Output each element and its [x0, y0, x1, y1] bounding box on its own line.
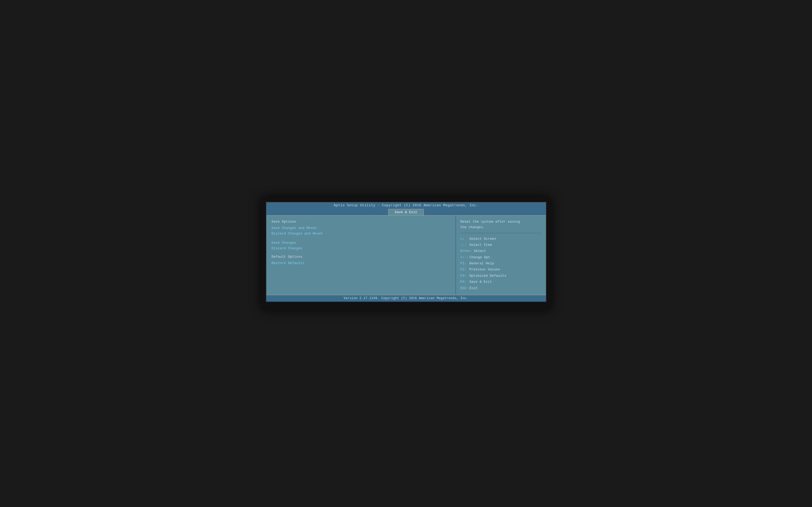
- key-action: Select Screen: [469, 236, 496, 242]
- help-text-line1: Reset the system after saving: [460, 220, 520, 224]
- key-action: Select: [474, 248, 486, 254]
- keybind-section: ⇔:Select Screen↑↓:Select ItemEnter:Selec…: [460, 230, 541, 291]
- keybind-item: ↑↓:Select Item: [460, 242, 541, 248]
- keybind-item: ESC:Exit: [460, 285, 541, 291]
- key-symbol: Enter:: [460, 248, 473, 254]
- key-action: General Help: [469, 260, 494, 267]
- key-symbol: +/-:: [460, 254, 468, 260]
- spacer-2: [272, 251, 451, 255]
- left-panel: Save Options Save Changes and Reset Disc…: [266, 216, 456, 295]
- tab-bar: Save & Exit: [266, 208, 546, 215]
- help-text-line2: the changes.: [460, 225, 485, 229]
- menu-item-save-changes[interactable]: Save Changes: [272, 240, 451, 245]
- right-panel: Reset the system after saving the change…: [456, 216, 546, 295]
- key-action: Optimized Defaults: [469, 273, 506, 279]
- keybind-item: Enter:Select: [460, 248, 541, 254]
- key-symbol: ESC:: [460, 285, 468, 291]
- keybind-list: ⇔:Select Screen↑↓:Select ItemEnter:Selec…: [460, 236, 541, 291]
- key-action: Change Opt.: [470, 254, 492, 260]
- main-content: Save Options Save Changes and Reset Disc…: [266, 215, 546, 295]
- keybind-item: +/-:Change Opt.: [460, 254, 541, 260]
- key-action: Select Item: [469, 242, 492, 248]
- key-action: Save & Exit: [469, 279, 492, 285]
- bios-screen: Aptio Setup Utility - Copyright (C) 2016…: [266, 202, 546, 302]
- footer-text: Version 2.17.1249. Copyright (C) 2016 Am…: [344, 296, 468, 300]
- key-symbol: ⇔:: [460, 236, 468, 242]
- active-tab[interactable]: Save & Exit: [388, 209, 424, 215]
- menu-item-discard-changes-reset[interactable]: Discard Changes and Reset: [272, 231, 451, 236]
- section-default-options: Default Options: [272, 255, 451, 259]
- header-bar: Aptio Setup Utility - Copyright (C) 2016…: [266, 202, 546, 208]
- header-title: Aptio Setup Utility - Copyright (C) 2016…: [334, 204, 478, 207]
- footer-bar: Version 2.17.1249. Copyright (C) 2016 Am…: [266, 295, 546, 301]
- key-symbol: F2:: [460, 267, 468, 273]
- key-symbol: F4:: [460, 279, 468, 285]
- menu-item-save-changes-reset[interactable]: Save Changes and Reset: [272, 225, 451, 231]
- section-save-options: Save Options: [272, 220, 451, 224]
- keybind-item: F2:Previous Values: [460, 267, 541, 273]
- key-symbol: F3:: [460, 273, 468, 279]
- spacer-1: [272, 236, 451, 240]
- key-action: Exit: [470, 285, 478, 291]
- keybind-item: F1:General Help: [460, 260, 541, 267]
- menu-item-restore-defaults[interactable]: Restore Defaults: [272, 260, 451, 266]
- key-symbol: ↑↓:: [460, 242, 468, 248]
- help-text: Reset the system after saving the change…: [460, 219, 541, 230]
- key-symbol: F1:: [460, 260, 468, 267]
- key-action: Previous Values: [469, 267, 500, 273]
- menu-item-discard-changes[interactable]: Discard Changes: [272, 245, 451, 251]
- keybind-item: F3:Optimized Defaults: [460, 273, 541, 279]
- keybind-item: ⇔:Select Screen: [460, 236, 541, 242]
- monitor: Aptio Setup Utility - Copyright (C) 2016…: [261, 197, 551, 310]
- keybind-item: F4:Save & Exit: [460, 279, 541, 285]
